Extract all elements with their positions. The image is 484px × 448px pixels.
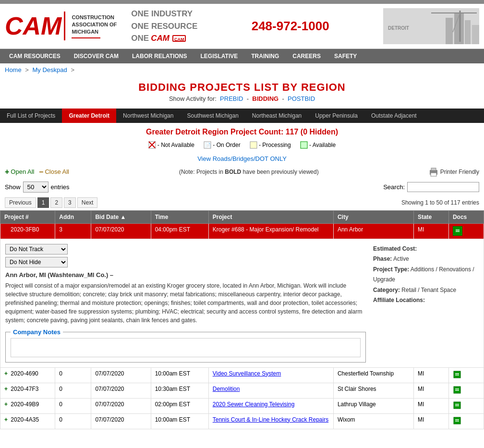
row-docs[interactable] [448, 413, 484, 429]
minus-icon: – [39, 168, 44, 176]
open-all-button[interactable]: + Open All [5, 168, 35, 176]
row-docs[interactable] [448, 398, 484, 413]
svg-rect-2 [454, 13, 464, 44]
nav-careers[interactable]: CAREERS [286, 49, 327, 63]
row-time: 02:00pm EST [151, 398, 208, 413]
table-row-expanded-content: Do Not Track Do Not Hide Ann Arbor, MI (… [0, 239, 484, 367]
search-label: Search: [383, 183, 405, 191]
row-docs[interactable] [448, 383, 484, 398]
row-addn: 0 [55, 398, 91, 413]
row-project[interactable]: 2020 Sewer Cleaning Televising [208, 398, 333, 413]
open-close-controls: + Open All – Close All [5, 168, 69, 176]
header-image: DETROIT [383, 8, 479, 44]
expanded-right-panel: Estimated Cost: Phase: Active Project Ty… [373, 244, 479, 363]
view-roads: View Roads/Bridges/DOT ONLY [0, 153, 484, 165]
doc-icon [453, 386, 461, 394]
th-city: City [333, 210, 413, 223]
printer-icon [429, 167, 438, 177]
row-state: MI [413, 383, 448, 398]
row-project[interactable]: Demolition [208, 383, 333, 398]
view-roads-link[interactable]: View Roads/Bridges/DOT ONLY [197, 155, 287, 162]
company-notes-legend: Company Notes [11, 328, 63, 336]
projects-table: Project # Addn Bid Date ▲ Time Project C… [0, 210, 484, 429]
expand-icon[interactable]: + [4, 386, 8, 392]
row-state: MI [413, 413, 448, 429]
row-city: Lathrup Village [333, 398, 413, 413]
prev-button[interactable]: Previous [5, 197, 36, 208]
row-project[interactable]: Video Surveillance System [208, 367, 333, 383]
expanded-left-panel: Do Not Track Do Not Hide Ann Arbor, MI (… [5, 244, 366, 363]
search-input[interactable] [407, 182, 479, 192]
svg-text:DETROIT: DETROIT [388, 25, 409, 31]
close-all-button[interactable]: – Close All [39, 168, 69, 176]
nav-legislative[interactable]: LEGISLATIVE [194, 49, 244, 63]
page-2-button[interactable]: 2 [50, 197, 62, 208]
doc-icon [453, 401, 461, 410]
category-label: Category: [373, 287, 400, 293]
th-biddate[interactable]: Bid Date ▲ [91, 210, 151, 223]
header: CAM CONSTRUCTION ASSOCIATION OF MICHIGAN… [0, 4, 484, 49]
breadcrumb-home[interactable]: Home [5, 66, 22, 73]
expand-icon[interactable]: + [4, 401, 8, 408]
tabs-bar: Full List of Projects Greater Detroit No… [0, 109, 484, 123]
breadcrumb-sep2: > [71, 66, 74, 73]
tab-upper-peninsula[interactable]: Upper Peninsula [308, 109, 364, 123]
expand-icon[interactable]: + [4, 416, 8, 423]
tab-northwest-michigan[interactable]: Northwest Michigan [116, 109, 180, 123]
expanded-docs[interactable] [448, 223, 484, 239]
row-project[interactable]: Tennis Court & In-Line Hockey Crack Repa… [208, 413, 333, 429]
doc-available-icon[interactable] [453, 226, 462, 236]
expanded-city: Ann Arbor [333, 223, 413, 239]
th-addn: Addn [55, 210, 91, 223]
page-3-button[interactable]: 3 [64, 197, 76, 208]
do-not-track-select[interactable]: Do Not Track [5, 244, 68, 254]
nav-safety[interactable]: SAFETY [327, 49, 363, 63]
row-project-id[interactable]: + 2020-47F3 [0, 383, 55, 398]
search-area: Search: [383, 182, 479, 192]
entries-suffix: entries [51, 183, 70, 191]
row-project-id[interactable]: + 2020-4A35 [0, 413, 55, 429]
expand-icon[interactable]: + [4, 370, 8, 377]
nav-discover-cam[interactable]: DISCOVER CAM [67, 49, 125, 63]
showing-text: Showing 1 to 50 of 117 entries [401, 199, 479, 206]
green-doc-icon [454, 227, 461, 235]
nav-training[interactable]: TRAINING [244, 49, 286, 63]
printer-friendly-button[interactable]: Printer Friendly [429, 167, 479, 177]
expanded-project-id[interactable]: – 2020-3FB0 [0, 223, 55, 239]
expanded-detail: Do Not Track Do Not Hide Ann Arbor, MI (… [0, 239, 484, 367]
row-biddate: 07/07/2020 [91, 413, 151, 429]
collapse-icon[interactable]: – [4, 226, 8, 233]
expanded-state: MI [413, 223, 448, 239]
row-docs[interactable] [448, 367, 484, 383]
company-notes-input[interactable] [11, 338, 361, 357]
do-not-hide-select[interactable]: Do Not Hide [5, 257, 68, 267]
est-cost-label: Estimated Cost: [373, 245, 417, 252]
nav-cam-resources[interactable]: CAM RESOURCES [2, 49, 67, 63]
entries-select[interactable]: 50 10 25 100 [23, 182, 48, 193]
doc-icon [453, 416, 461, 425]
th-state: State [413, 210, 448, 223]
company-notes-fieldset: Company Notes [5, 328, 366, 363]
tagline-line3: ONE CAM CAM [131, 32, 197, 45]
postbid-link[interactable]: POSTBID [288, 95, 315, 102]
pagination-row: Previous 1 2 3 Next Showing 1 to 50 of 1… [0, 195, 484, 210]
tab-northeast-michigan[interactable]: Northeast Michigan [245, 109, 308, 123]
page-1-button[interactable]: 1 [37, 197, 49, 208]
tagline-line1: ONE INDUSTRY [131, 8, 197, 20]
tab-full-list[interactable]: Full List of Projects [0, 109, 62, 123]
prebid-link[interactable]: PREBID [220, 95, 243, 102]
row-addn: 0 [55, 383, 91, 398]
legend: - Not Available 📄 - On Order - Processin… [0, 139, 484, 153]
nav-labor-relations[interactable]: LABOR RELATIONS [125, 49, 194, 63]
row-project-id[interactable]: + 2020-4690 [0, 367, 55, 383]
row-project-id[interactable]: + 2020-49B9 [0, 398, 55, 413]
expanded-projectname[interactable]: Kroger #688 - Major Expansion/ Remodel [208, 223, 333, 239]
tab-greater-detroit[interactable]: Greater Detroit [62, 109, 116, 123]
pagination: Previous 1 2 3 Next [5, 197, 97, 208]
breadcrumb-deskpad[interactable]: My Deskpad [33, 66, 67, 73]
tab-outstate-adjacent[interactable]: Outstate Adjacent [364, 109, 424, 123]
next-button[interactable]: Next [77, 197, 98, 208]
region-title: Greater Detroit Region Project Count: 11… [0, 128, 484, 136]
tab-southwest-michigan[interactable]: Southwest Michigan [180, 109, 245, 123]
expanded-biddate: 07/07/2020 [91, 223, 151, 239]
